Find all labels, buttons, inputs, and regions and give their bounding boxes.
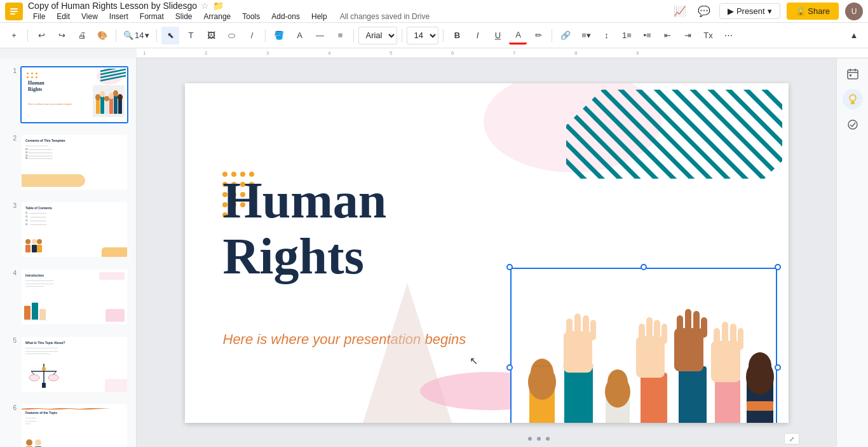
menu-tools[interactable]: Tools — [237, 11, 265, 22]
svg-point-27 — [109, 93, 114, 99]
slide-title-line2: Rights — [223, 228, 387, 284]
toolbar-bg[interactable]: 🪣 — [270, 27, 288, 45]
slide-thumb-6[interactable]: 6 Features of the Topic ────────────────… — [5, 401, 131, 447]
menu-format[interactable]: Format — [135, 11, 169, 22]
toolbar-numbered-list[interactable]: 1≡ — [618, 27, 635, 45]
menu-insert[interactable]: Insert — [104, 11, 133, 22]
selection-handle-tr — [775, 264, 781, 270]
svg-rect-110 — [679, 366, 707, 423]
svg-point-51 — [26, 439, 32, 446]
toolbar-bullet-list[interactable]: •≡ — [638, 27, 656, 45]
slide-thumb-4[interactable]: 4 Introduction ─────────────────────────… — [5, 266, 131, 328]
present-button[interactable]: ▶ Present ▾ — [719, 3, 780, 19]
toolbar-line-spacing[interactable]: ↕ — [597, 27, 615, 45]
toolbar-print[interactable]: 🖨 — [73, 27, 91, 45]
folder-icon[interactable]: 📁 — [213, 1, 224, 11]
toolbar-zoom[interactable]: 🔍 14 ▾ — [121, 27, 152, 45]
svg-line-63 — [620, 90, 746, 179]
toolbar-image[interactable]: 🖼 — [202, 27, 220, 45]
toolbar-color[interactable]: A — [290, 27, 308, 45]
nav-dot-2[interactable] — [537, 437, 541, 441]
svg-point-46 — [42, 367, 46, 371]
svg-rect-3 — [10, 13, 15, 15]
user-avatar[interactable]: U — [845, 3, 863, 20]
slide-thumb-5[interactable]: 5 What Is This Topic About? ────────────… — [5, 333, 131, 395]
svg-rect-115 — [701, 317, 707, 338]
bulb-icon-btn[interactable] — [843, 89, 863, 109]
menu-addons[interactable]: Add-ons — [266, 11, 305, 22]
slide-thumb-3[interactable]: 3 Table of Contents 01──────────── 02───… — [5, 198, 131, 261]
svg-rect-97 — [566, 319, 573, 341]
svg-rect-123 — [747, 401, 773, 411]
svg-line-15 — [100, 69, 126, 75]
toolbar-redo[interactable]: ↪ — [53, 27, 71, 45]
header-right: 📈 💬 ▶ Present ▾ 🔒 Share U — [671, 3, 863, 20]
svg-rect-20 — [105, 99, 109, 114]
svg-text:6: 6 — [451, 50, 454, 56]
svg-point-26 — [104, 96, 109, 101]
share-button[interactable]: 🔒 Share — [787, 3, 839, 20]
checkmark-icon-btn[interactable] — [843, 114, 863, 135]
app-icon[interactable] — [5, 3, 23, 20]
slide-thumb-2[interactable]: 2 Contents of This Template ────────────… — [5, 131, 131, 193]
svg-rect-104 — [641, 373, 667, 423]
menu-edit[interactable]: Edit — [51, 11, 75, 22]
font-size-select[interactable]: 14 — [407, 27, 438, 45]
toolbar-shape[interactable]: ⬭ — [222, 27, 240, 45]
nav-dot-1[interactable] — [528, 437, 532, 441]
svg-rect-130 — [850, 74, 851, 76]
sep7 — [443, 29, 444, 42]
svg-rect-36 — [24, 306, 31, 320]
slide-thumb-1[interactable]: 1 — [5, 64, 131, 126]
toolbar-highlight[interactable]: ✏ — [529, 27, 547, 45]
font-family-select[interactable]: Arial — [358, 27, 397, 45]
present-icon: ▶ — [728, 6, 734, 16]
menu-help[interactable]: Help — [306, 11, 332, 22]
canvas-area: Human Rights Here is where your presenta… — [137, 58, 836, 447]
expand-button[interactable]: ⤢ — [784, 433, 799, 444]
svg-text:4: 4 — [328, 50, 331, 56]
toolbar-more[interactable]: ⋯ — [719, 27, 737, 45]
toolbar-select[interactable]: ⬉ — [161, 27, 179, 45]
toolbar-italic[interactable]: I — [468, 27, 486, 45]
star-icon[interactable]: ☆ — [201, 1, 209, 11]
doc-title-text: Copy of Human Rights Lesson by Slidesgo — [28, 1, 197, 11]
trend-icon-btn[interactable]: 📈 — [671, 3, 689, 20]
calendar-icon-btn[interactable] — [843, 64, 863, 84]
toolbar-align[interactable]: ≡▾ — [577, 27, 595, 45]
toolbar-clear-format[interactable]: Tx — [699, 27, 717, 45]
menu-arrange[interactable]: Arrange — [199, 11, 236, 22]
toolbar-font-color[interactable]: A — [509, 27, 527, 45]
toolbar-indent-inc[interactable]: ⇥ — [679, 27, 696, 45]
toolbar-linewidth[interactable]: ≡ — [331, 27, 349, 45]
toolbar-underline[interactable]: U — [489, 27, 506, 45]
toolbar-link[interactable]: 🔗 — [557, 27, 574, 45]
menu-file[interactable]: File — [28, 11, 50, 22]
toolbar-paint[interactable]: 🎨 — [93, 27, 111, 45]
svg-point-25 — [100, 91, 105, 97]
share-label: 🔒 Share — [796, 6, 830, 16]
svg-rect-108 — [654, 320, 660, 344]
svg-rect-107 — [646, 317, 653, 343]
menu-slide[interactable]: Slide — [170, 11, 198, 22]
toolbar-indent-dec[interactable]: ⇤ — [658, 27, 676, 45]
toolbar-bold[interactable]: B — [448, 27, 466, 45]
svg-rect-126 — [848, 70, 858, 79]
hands-image-container[interactable] — [510, 268, 777, 423]
svg-point-135 — [848, 120, 857, 129]
menu-view[interactable]: View — [76, 11, 103, 22]
svg-rect-94 — [564, 366, 593, 423]
comment-icon-btn[interactable]: 💬 — [695, 3, 713, 20]
toolbar-add[interactable]: + — [5, 27, 23, 45]
svg-line-16 — [100, 72, 126, 78]
toolbar-linestyle[interactable]: — — [311, 27, 329, 45]
toolbar-undo[interactable]: ↩ — [32, 27, 50, 45]
svg-point-34 — [37, 239, 42, 244]
ruler: 1 2 3 4 5 6 7 8 9 — [137, 48, 868, 58]
svg-rect-37 — [32, 303, 38, 320]
toolbar-text-box[interactable]: T — [182, 27, 200, 45]
sep1 — [27, 29, 28, 42]
toolbar-line[interactable]: / — [243, 27, 261, 45]
toolbar-collapse[interactable]: ▲ — [845, 27, 863, 45]
nav-dot-3[interactable] — [546, 437, 550, 441]
